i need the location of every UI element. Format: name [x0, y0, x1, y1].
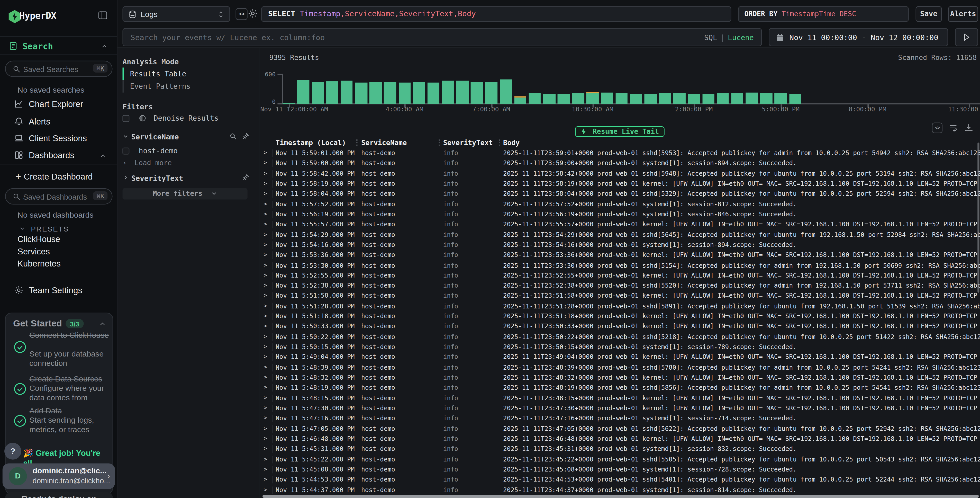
- expand-row-icon[interactable]: >: [264, 466, 267, 472]
- histogram-bar[interactable]: [543, 94, 555, 104]
- sidebar-item-chart-explorer[interactable]: Chart Explorer: [0, 98, 117, 111]
- expand-row-icon[interactable]: >: [264, 323, 267, 329]
- pin-icon[interactable]: [242, 174, 249, 181]
- histogram-bar[interactable]: [717, 93, 729, 104]
- alerts-button[interactable]: Alerts: [948, 6, 978, 22]
- table-row[interactable]: >Nov 11 5:45:08.000 PMhost-demoinfo2025-…: [259, 464, 980, 475]
- filter-option-host-demo[interactable]: host-demo: [123, 146, 178, 155]
- mode-results-table[interactable]: Results Table: [123, 68, 247, 80]
- histogram-bar[interactable]: [326, 81, 338, 104]
- more-filters-button[interactable]: More filters: [123, 188, 247, 200]
- language-toggle[interactable]: SQL|Lucene: [704, 33, 754, 42]
- histogram-bar[interactable]: [340, 80, 353, 104]
- preset-item-clickhouse[interactable]: ClickHouse: [18, 235, 60, 244]
- save-button[interactable]: Save: [916, 6, 942, 22]
- histogram-bar[interactable]: [355, 83, 367, 104]
- expand-row-icon[interactable]: >: [264, 231, 267, 237]
- load-more-link[interactable]: › Load more: [123, 159, 172, 167]
- table-row[interactable]: >Nov 11 5:50:22.000 PMhost-demoinfo2025-…: [259, 332, 980, 342]
- histogram-bar[interactable]: [760, 93, 772, 104]
- histogram-bar[interactable]: [514, 98, 526, 104]
- expand-row-icon[interactable]: >: [264, 486, 267, 492]
- expand-row-icon[interactable]: >: [264, 190, 267, 196]
- lucene-toggle[interactable]: Lucene: [728, 33, 754, 42]
- expand-row-icon[interactable]: >: [264, 456, 267, 462]
- table-row[interactable]: >Nov 11 5:58:19.000 PMhost-demoinfo2025-…: [259, 179, 980, 189]
- table-row[interactable]: >Nov 11 5:56:19.000 PMhost-demoinfo2025-…: [259, 209, 980, 220]
- expand-row-icon[interactable]: >: [264, 160, 267, 166]
- histogram-bar[interactable]: [775, 93, 787, 104]
- table-row[interactable]: >Nov 11 5:51:28.000 PMhost-demoinfo2025-…: [259, 301, 980, 311]
- column-resize-handle[interactable]: [356, 139, 358, 147]
- histogram-bar[interactable]: [297, 80, 309, 104]
- expand-row-icon[interactable]: >: [264, 241, 267, 247]
- table-row[interactable]: >Nov 11 5:52:55.000 PMhost-demoinfo2025-…: [259, 271, 980, 281]
- lucene-search-input[interactable]: Search your events w/ Lucene ex. column:…: [123, 28, 762, 46]
- table-row[interactable]: >Nov 11 5:59:01.000 PMhost-demoinfo2025-…: [259, 148, 980, 158]
- expand-row-icon[interactable]: >: [264, 333, 267, 339]
- histogram-bar-warning[interactable]: [586, 92, 598, 93]
- expand-row-icon[interactable]: >: [264, 405, 267, 411]
- expand-row-icon[interactable]: >: [264, 384, 267, 391]
- histogram-bar-warning[interactable]: [514, 96, 526, 97]
- host-demo-checkbox[interactable]: [123, 148, 129, 155]
- expand-row-icon[interactable]: >: [264, 343, 267, 350]
- column-header-timestamp[interactable]: Timestamp (Local): [275, 139, 346, 147]
- column-resize-handle[interactable]: [499, 139, 500, 147]
- column-config-icon[interactable]: <>: [932, 123, 942, 133]
- table-row[interactable]: >Nov 11 5:49:04.000 PMhost-demoinfo2025-…: [259, 353, 980, 363]
- table-row[interactable]: >Nov 11 5:54:16.000 PMhost-demoinfo2025-…: [259, 240, 980, 250]
- column-resize-handle[interactable]: [439, 139, 440, 147]
- expand-row-icon[interactable]: >: [264, 374, 267, 380]
- saved-dashboards-input[interactable]: Saved Dashboards ⌘K: [5, 188, 112, 204]
- nav-search-section[interactable]: Search: [0, 36, 117, 55]
- expand-row-icon[interactable]: >: [264, 425, 267, 431]
- table-row[interactable]: >Nov 11 5:48:32.000 PMhost-demoinfo2025-…: [259, 373, 980, 383]
- search-icon[interactable]: [229, 132, 237, 140]
- filter-group-servicename[interactable]: ServiceName: [123, 132, 249, 141]
- user-menu[interactable]: D dominic.tran@clic... dominic.tran@clic…: [3, 463, 115, 489]
- saved-searches-input[interactable]: Saved Searches ⌘K: [5, 61, 112, 77]
- pin-icon[interactable]: [242, 132, 249, 140]
- histogram-bar[interactable]: [500, 80, 512, 104]
- column-header-severitytext[interactable]: SeverityText: [443, 139, 493, 147]
- histogram-bar[interactable]: [789, 94, 801, 104]
- expand-row-icon[interactable]: >: [264, 303, 267, 309]
- chevron-up-icon[interactable]: [99, 320, 106, 328]
- histogram-bar[interactable]: [630, 94, 642, 104]
- table-row[interactable]: >Nov 11 5:53:30.000 PMhost-demoinfo2025-…: [259, 260, 980, 271]
- table-row[interactable]: >Nov 11 5:47:16.000 PMhost-demoinfo2025-…: [259, 413, 980, 424]
- table-row[interactable]: >Nov 11 5:45:22.000 PMhost-demoinfo2025-…: [259, 454, 980, 464]
- histogram-bar[interactable]: [601, 93, 613, 104]
- denoise-filter[interactable]: Denoise Results: [123, 114, 218, 123]
- table-row[interactable]: >Nov 11 5:45:31.000 PMhost-demoinfo2025-…: [259, 444, 980, 455]
- expand-row-icon[interactable]: >: [264, 221, 267, 227]
- column-header-servicename[interactable]: ServiceName: [361, 139, 407, 147]
- expand-row-icon[interactable]: >: [264, 252, 267, 258]
- histogram-bar[interactable]: [616, 93, 628, 104]
- table-row[interactable]: >Nov 11 5:48:19.000 PMhost-demoinfo2025-…: [259, 383, 980, 393]
- expand-row-icon[interactable]: >: [264, 394, 267, 401]
- histogram-bar[interactable]: [528, 93, 541, 104]
- sidebar-item-alerts[interactable]: Alerts: [0, 116, 117, 128]
- histogram-bar[interactable]: [384, 82, 396, 104]
- table-row[interactable]: >Nov 11 5:48:39.000 PMhost-demoinfo2025-…: [259, 362, 980, 373]
- table-row[interactable]: >Nov 11 5:44:53.000 PMhost-demoinfo2025-…: [259, 475, 980, 485]
- code-view-button[interactable]: <>: [236, 8, 248, 20]
- table-row[interactable]: >Nov 11 5:51:58.000 PMhost-demoinfo2025-…: [259, 291, 980, 302]
- create-dashboard-button[interactable]: + Create Dashboard: [0, 171, 117, 184]
- expand-row-icon[interactable]: >: [264, 180, 267, 186]
- help-button[interactable]: ?: [4, 443, 21, 460]
- source-select[interactable]: Logs: [123, 6, 230, 22]
- histogram-bar[interactable]: [312, 82, 324, 104]
- histogram-bar[interactable]: [369, 81, 382, 104]
- table-row[interactable]: >Nov 11 5:51:18.000 PMhost-demoinfo2025-…: [259, 311, 980, 322]
- table-row[interactable]: >Nov 11 5:55:57.000 PMhost-demoinfo2025-…: [259, 220, 980, 230]
- date-range-picker[interactable]: Nov 11 00:00:00 - Nov 12 00:00:00: [769, 28, 948, 46]
- results-histogram[interactable]: 600 0 Nov 11 12:00:00 AM4:00:00 AM7:00:0…: [259, 69, 980, 114]
- query-settings-gear-icon[interactable]: [248, 8, 259, 20]
- expand-row-icon[interactable]: >: [264, 435, 267, 441]
- histogram-bar[interactable]: [558, 94, 570, 104]
- presets-toggle[interactable]: PRESETS: [19, 222, 69, 234]
- table-row[interactable]: >Nov 11 5:50:33.000 PMhost-demoinfo2025-…: [259, 322, 980, 332]
